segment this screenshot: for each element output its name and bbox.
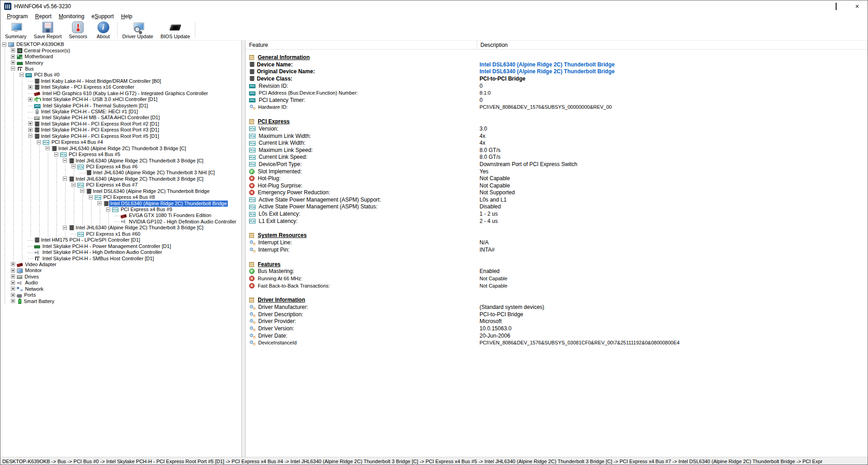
feature-row-current-link-width[interactable]: Current Link Width:4x [249, 139, 868, 147]
menu-help[interactable]: Help [117, 13, 136, 20]
tree-item-pci-bus-0[interactable]: PCI Bus #0 [0, 72, 241, 78]
tree-item-intel-kaby-lake-h-host-bridge-dram-contr[interactable]: Intel Kaby Lake-H - Host Bridge/DRAM Con… [0, 78, 241, 84]
tree-item-pci-express-x4-bus-6[interactable]: PCI Express x4 Bus #6 [0, 164, 241, 170]
tree-item-intel-skylake-pch-h-mb-sata-ahci-control[interactable]: Intel Skylake PCH-H MB - SATA AHCI Contr… [0, 115, 241, 121]
tree-item-motherboard[interactable]: Motherboard [0, 54, 241, 60]
expand-icon[interactable] [11, 268, 15, 273]
tree-item-intel-jhl6340-alpine-ridge-2c-thunderbol[interactable]: Intel JHL6340 (Alpine Ridge 2C) Thunderb… [0, 157, 241, 163]
feature-row-l0s-exit-latency[interactable]: L0s Exit Latency:1 - 2 us [249, 210, 868, 217]
expand-icon[interactable] [11, 55, 15, 59]
tree-item-pci-express-x4-bus-8[interactable]: PCI Express x4 Bus #8 [0, 194, 241, 200]
collapse-icon[interactable] [97, 201, 102, 205]
feature-row-pci-address-bus-device-function-number[interactable]: PCI Address (Bus:Device:Function) Number… [249, 89, 868, 96]
tree-item-evga-gtx-1080-ti-founders-edition[interactable]: EVGA GTX 1080 Ti Founders Edition [0, 212, 241, 218]
tree-item-intel-skylake-pch-h-high-definition-audi[interactable]: Intel Skylake PCH-H - High Definition Au… [0, 249, 241, 255]
expand-icon[interactable] [28, 85, 32, 89]
collapse-icon[interactable] [89, 195, 93, 199]
tree-item-intel-jhl6340-alpine-ridge-2c-thunderbol[interactable]: Intel JHL6340 (Alpine Ridge 2C) Thunderb… [0, 225, 241, 231]
expand-icon[interactable] [11, 287, 15, 291]
tree-item-intel-skylake-pch-h-pci-express-root-por[interactable]: Intel Skylake PCH-H - PCI Express Root P… [0, 127, 241, 133]
panel-splitter[interactable] [242, 40, 245, 457]
tree-item-intel-dsl6340-alpine-ridge-2c-thunderbol[interactable]: Intel DSL6340 (Alpine Ridge 2C) Thunderb… [0, 200, 241, 206]
tree-item-intel-skylake-pch-h-power-management-con[interactable]: Intel Skylake PCH-H - Power Management C… [0, 243, 241, 249]
close-button[interactable] [847, 0, 868, 12]
tree-item-monitor[interactable]: Monitor [0, 268, 241, 273]
feature-row-active-state-power-management-aspm-status[interactable]: Active State Power Management (ASPM) Sta… [249, 203, 868, 211]
tree-item-desktop-k639okb[interactable]: DESKTOP-K639OKB [0, 41, 241, 47]
collapse-icon[interactable] [20, 73, 24, 77]
collapse-icon[interactable] [46, 146, 50, 150]
feature-row-driver-version[interactable]: Driver Version:10.0.15063.0 [249, 325, 868, 332]
expand-icon[interactable] [11, 274, 15, 278]
expand-icon[interactable] [28, 121, 32, 126]
feature-row-slot-implemented[interactable]: Slot Implemented:Yes [249, 168, 868, 175]
tree-item-intel-dsl6340-alpine-ridge-2c-thunderbol[interactable]: Intel DSL6340 (Alpine Ridge 2C) Thunderb… [0, 188, 241, 194]
feature-row-driver-provider[interactable]: Driver Provider:Microsoft [249, 318, 868, 325]
feature-row-running-at-66-mhz[interactable]: Running At 66 MHz:Not Capable [249, 275, 868, 282]
minimize-button[interactable] [805, 0, 826, 12]
tree-item-video-adapter[interactable]: Video Adapter [0, 262, 241, 268]
collapse-icon[interactable] [54, 152, 58, 157]
collapse-icon[interactable] [106, 207, 110, 212]
feature-row-device-name[interactable]: Device Name:Intel DSL6340 (Alpine Ridge … [249, 61, 868, 68]
tree-item-intel-skylake-pci-express-x16-controller[interactable]: Intel Skylake - PCI Express x16 Controll… [0, 84, 241, 90]
feature-row-deviceinstanceid[interactable]: DeviceInstanceIdPCI\VEN_8086&DEV_1576&SU… [249, 339, 868, 346]
bios-button[interactable]: BIOS Update [157, 20, 194, 40]
tree-item-intel-skylake-pch-h-pci-express-root-por[interactable]: Intel Skylake PCH-H - PCI Express Root P… [0, 121, 241, 127]
tree-item-intel-hd-graphics-610-kaby-lake-h-gt2-in[interactable]: Intel HD Graphics 610 (Kaby Lake-H GT2) … [0, 91, 241, 96]
driver-button[interactable]: Driver Update [119, 20, 157, 40]
expand-icon[interactable] [11, 293, 15, 297]
save-button[interactable]: Save Report [30, 20, 65, 40]
tree-item-drives[interactable]: Drives [0, 274, 241, 280]
collapse-icon[interactable] [71, 183, 76, 187]
feature-row-hot-plug[interactable]: Hot-Plug:Not Capable [249, 175, 868, 182]
collapse-icon[interactable] [71, 164, 76, 168]
feature-row-original-device-name[interactable]: Original Device Name:Intel DSL6340 (Alpi… [249, 68, 868, 76]
tree-item-intel-hm175-pch-lpc-espi-controller-d1[interactable]: Intel HM175 PCH - LPC/eSPI Controller [D… [0, 237, 241, 243]
feature-row-device-port-type[interactable]: Device/Port Type:Downstream Port of PCI … [249, 161, 868, 168]
expand-icon[interactable] [11, 262, 15, 266]
feature-row-device-class[interactable]: Device Class:PCI-to-PCI Bridge [249, 75, 868, 82]
feature-row-hot-plug-surprise[interactable]: Hot-Plug Surprise:Not Capable [249, 182, 868, 189]
tree-item-nvidia-gp102-high-definition-audio-contr[interactable]: NVIDIA GP102 - High Definition Audio Con… [0, 219, 241, 225]
tree-item-intel-skylake-pch-h-smbus-host-controlle[interactable]: Intel Skylake PCH-H - SMBus Host Control… [0, 255, 241, 261]
feature-row-fast-back-to-back-transactions[interactable]: Fast Back-to-Back Transactions:Not Capab… [249, 282, 868, 289]
summary-button[interactable]: Summary [1, 20, 30, 40]
tree-item-network[interactable]: Network [0, 286, 241, 292]
feature-row-emergency-power-reduction[interactable]: Emergency Power Reduction:Not Supported [249, 189, 868, 197]
feature-row-hardware-id[interactable]: Hardware ID:PCI\VEN_8086&DEV_1576&SUBSYS… [249, 104, 868, 111]
feature-row-l1-exit-latency[interactable]: L1 Exit Latency:2 - 4 us [249, 217, 868, 225]
tree-item-pci-express-x4-bus-4[interactable]: PCI Express x4 Bus #4 [0, 139, 241, 145]
collapse-icon[interactable] [2, 42, 6, 46]
collapse-icon[interactable] [80, 189, 84, 193]
collapse-icon[interactable] [63, 177, 67, 181]
tree-item-intel-skylake-pch-h-csme-heci-1-d1[interactable]: Intel Skylake PCH-H - CSME: HECI #1 [D1] [0, 109, 241, 115]
feature-row-bus-mastering[interactable]: Bus Mastering:Enabled [249, 268, 868, 275]
menu-esupport[interactable]: eSupport [88, 13, 117, 20]
maximize-button[interactable] [826, 0, 847, 12]
tree-item-audio[interactable]: Audio [0, 280, 241, 286]
expand-icon[interactable] [11, 48, 15, 52]
feature-row-revision-id[interactable]: Revision ID:0 [249, 82, 868, 90]
tree-item-intel-skylake-pch-h-usb-3-0-xhci-control[interactable]: Intel Skylake PCH-H - USB 3.0 xHCI Contr… [0, 96, 241, 102]
about-button[interactable]: About [91, 20, 116, 40]
feature-row-driver-description[interactable]: Driver Description:PCI-to-PCI Bridge [249, 311, 868, 318]
tree-item-intel-jhl6340-alpine-ridge-2c-thunderbol[interactable]: Intel JHL6340 (Alpine Ridge 2C) Thunderb… [0, 170, 241, 176]
feature-row-maximum-link-width[interactable]: Maximum Link Width:4x [249, 132, 868, 140]
expand-icon[interactable] [11, 281, 15, 285]
tree-item-bus[interactable]: Bus [0, 66, 241, 72]
expand-icon[interactable] [28, 97, 32, 101]
expand-icon[interactable] [11, 61, 15, 65]
tree-item-pci-express-x4-bus-7[interactable]: PCI Express x4 Bus #7 [0, 182, 241, 188]
expand-icon[interactable] [28, 128, 32, 132]
feature-row-driver-date[interactable]: Driver Date:20-Jun-2006 [249, 332, 868, 339]
tree-item-pci-express-x4-bus-5[interactable]: PCI Express x4 Bus #5 [0, 152, 241, 157]
feature-row-current-link-speed[interactable]: Current Link Speed:8.0 GT/s [249, 154, 868, 161]
menu-monitoring[interactable]: Monitoring [55, 13, 88, 20]
tree-item-central-processor-s[interactable]: Central Processor(s) [0, 47, 241, 53]
collapse-icon[interactable] [11, 66, 15, 71]
tree-item-smart-battery[interactable]: Smart Battery [0, 298, 241, 304]
collapse-icon[interactable] [37, 140, 41, 144]
tree-item-pci-express-x4-bus-9[interactable]: PCI Express x4 Bus #9 [0, 207, 241, 212]
menu-program[interactable]: Program [3, 13, 31, 20]
